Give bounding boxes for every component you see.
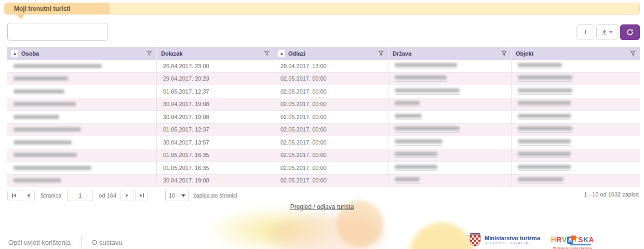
redacted-country-link[interactable] <box>395 165 437 171</box>
redacted-text <box>518 63 562 67</box>
redacted-object-link[interactable] <box>518 88 572 95</box>
filter-icon[interactable] <box>146 50 152 56</box>
filter-icon[interactable] <box>501 50 507 56</box>
redacted-country-link[interactable] <box>395 114 422 120</box>
tab-title: Moji trenutni turisti <box>5 5 71 12</box>
tab-moji-trenutni-turisti[interactable]: Moji trenutni turisti <box>5 3 110 14</box>
htz-subtitle: Hrvatska turistička zajednica <box>551 246 595 249</box>
table-row[interactable]: 30.04.2017. 19:0802.05.2017. 00:00 <box>7 98 640 111</box>
cell-objekt <box>512 175 640 187</box>
redacted-person-link[interactable] <box>14 140 72 145</box>
cell-osoba <box>7 149 157 162</box>
table-row[interactable]: 30.04.2017. 13:5702.05.2017. 00:00 <box>7 136 640 149</box>
column-label: Odlazi <box>288 50 305 57</box>
column-header-drzava[interactable]: Država <box>388 47 512 60</box>
sort-ascending-icon: ▲ <box>11 50 18 57</box>
redacted-country-link[interactable] <box>395 126 460 133</box>
redacted-object-link[interactable] <box>518 139 571 146</box>
cell-drzava <box>388 149 512 162</box>
cell-osoba <box>7 73 157 85</box>
redacted-country-link[interactable] <box>395 139 442 146</box>
refresh-button[interactable] <box>620 24 640 40</box>
departure-date: 02.05.2017. 00:00 <box>274 136 388 149</box>
page-size-select[interactable]: 10 <box>165 190 189 201</box>
first-page-button[interactable] <box>7 190 20 201</box>
tab-bar: Moji trenutni turisti <box>4 3 640 15</box>
redacted-country-link[interactable] <box>395 101 420 107</box>
table-row[interactable]: 01.05.2017. 12:3702.05.2017. 00:00 <box>7 124 640 137</box>
redacted-person-link[interactable] <box>14 166 91 170</box>
redacted-person-link[interactable] <box>14 102 76 106</box>
departure-date: 02.05.2017. 00:00 <box>274 98 388 111</box>
about-system-link[interactable]: O sustavu <box>92 239 123 246</box>
cell-osoba <box>7 60 157 72</box>
table-row[interactable]: 26.04.2017. 23:0028.04.2017. 13:00 <box>7 60 640 73</box>
table-row[interactable]: 01.05.2017. 16:3502.05.2017. 00:00 <box>7 162 640 175</box>
arrival-date: 29.04.2017. 20:23 <box>157 73 274 85</box>
table-row[interactable]: 01.05.2017. 12:3702.05.2017. 00:00 <box>7 85 640 98</box>
search-input[interactable] <box>7 23 108 41</box>
cell-drzava <box>388 124 512 136</box>
table-row[interactable]: 30.04.2017. 19:0802.05.2017. 00:00 <box>7 175 640 188</box>
arrival-date: 01.05.2017. 12:37 <box>157 85 274 98</box>
redacted-country-link[interactable] <box>395 88 460 95</box>
redacted-text <box>518 152 571 156</box>
info-button[interactable]: i <box>576 24 594 40</box>
redacted-person-link[interactable] <box>14 115 59 119</box>
departure-date: 28.04.2017. 13:00 <box>274 60 388 72</box>
info-icon: i <box>584 28 586 36</box>
redacted-country-link[interactable] <box>395 152 437 158</box>
column-header-dolazak[interactable]: Dolazak <box>157 47 274 60</box>
cell-objekt <box>512 98 640 111</box>
redacted-object-link[interactable] <box>518 75 572 82</box>
htz-wordmark: HRVATSKA <box>551 236 595 244</box>
cell-drzava <box>388 162 512 174</box>
redacted-text <box>518 177 564 181</box>
next-page-button[interactable] <box>120 190 133 201</box>
page-size-value: 10 <box>169 192 175 199</box>
redacted-country-link[interactable] <box>395 177 420 184</box>
cell-objekt <box>512 136 640 149</box>
pregled-odjava-turista-link[interactable]: Pregled / odjava turista <box>290 203 354 211</box>
table-row[interactable]: 01.05.2017. 16:3502.05.2017. 00:00 <box>7 149 640 162</box>
redacted-person-link[interactable] <box>14 89 64 94</box>
redacted-person-link[interactable] <box>14 64 102 68</box>
terms-of-use-link[interactable]: Opći uvjeti korištenja <box>8 239 71 246</box>
redacted-object-link[interactable] <box>518 114 571 120</box>
redacted-object-link[interactable] <box>518 165 571 171</box>
column-label: Država <box>393 50 411 57</box>
redacted-text <box>395 126 460 130</box>
redacted-person-link[interactable] <box>14 76 68 81</box>
arrival-date: 30.04.2017. 19:08 <box>157 175 274 187</box>
table-row[interactable]: 29.04.2017. 20:2302.05.2017. 00:00 <box>7 73 640 86</box>
redacted-country-link[interactable] <box>395 63 457 69</box>
redacted-object-link[interactable] <box>518 101 571 107</box>
filter-icon[interactable] <box>630 50 636 56</box>
page-number-input[interactable] <box>68 190 92 201</box>
last-page-button[interactable] <box>135 190 148 201</box>
redacted-country-link[interactable] <box>395 75 447 82</box>
previous-page-button[interactable] <box>22 190 35 201</box>
redacted-object-link[interactable] <box>518 126 572 133</box>
total-pages-label: od 164 <box>99 192 116 199</box>
column-header-osoba[interactable]: ▲ Osoba <box>7 47 157 60</box>
redacted-object-link[interactable] <box>518 63 562 69</box>
column-header-objekt[interactable]: Objekt <box>512 47 640 60</box>
table-row[interactable]: 30.04.2017. 19:0802.05.2017. 00:00 <box>7 111 640 124</box>
export-button[interactable] <box>596 24 618 40</box>
redacted-object-link[interactable] <box>518 177 564 184</box>
cell-osoba <box>7 162 157 174</box>
column-header-odlazi[interactable]: ▲ Odlazi <box>274 47 388 60</box>
redacted-object-link[interactable] <box>518 152 571 158</box>
departure-date: 02.05.2017. 00:00 <box>274 175 388 187</box>
footer: Opći uvjeti korištenja O sustavu <box>0 229 644 249</box>
redacted-person-link[interactable] <box>14 153 77 157</box>
redacted-person-link[interactable] <box>14 127 81 132</box>
filter-icon[interactable] <box>378 50 384 56</box>
table-body: 26.04.2017. 23:0028.04.2017. 13:0029.04.… <box>7 60 640 187</box>
redacted-text <box>518 88 572 93</box>
redacted-person-link[interactable] <box>14 178 61 182</box>
redacted-text <box>395 63 457 67</box>
redacted-text <box>395 101 420 105</box>
filter-icon[interactable] <box>264 50 270 56</box>
